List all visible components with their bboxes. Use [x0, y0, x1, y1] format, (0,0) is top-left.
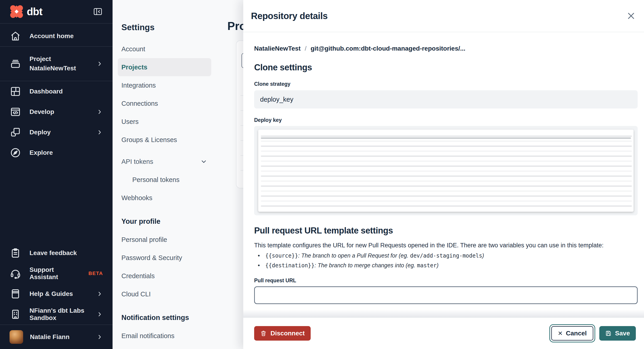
- user-menu[interactable]: Natalie Fiann: [0, 325, 112, 349]
- sidebar-item-label: Support Assistant: [30, 266, 77, 281]
- nav-item-label: Cloud CLI: [122, 290, 151, 298]
- disconnect-button[interactable]: Disconnect: [254, 326, 311, 340]
- redacted-text-lines: [261, 136, 632, 206]
- pr-url-input[interactable]: [254, 286, 638, 304]
- cancel-focus-ring: ✕ Cancel: [549, 324, 595, 342]
- panel-footer: Disconnect ✕ Cancel Save: [243, 317, 644, 349]
- save-button[interactable]: Save: [599, 326, 636, 340]
- disconnect-label: Disconnect: [270, 330, 305, 337]
- trash-icon: [260, 330, 267, 337]
- sidebar-item-leave-feedback[interactable]: Leave feedback: [0, 243, 112, 263]
- repository-details-panel: Repository details NatalieNewTest / git@…: [243, 0, 644, 349]
- nav-item-label: Projects: [122, 64, 147, 71]
- nav-item-label: Account: [122, 46, 145, 53]
- nav-item-label: Groups & Licenses: [122, 136, 177, 144]
- sidebar-item-label: Dashboard: [30, 88, 63, 95]
- nav-item-label: Connections: [122, 100, 158, 107]
- sidebar-item-label: NFiann's dbt Labs Sandbox: [30, 307, 88, 322]
- pr-template-description: This template configures the URL for new…: [254, 242, 638, 249]
- project-icon: [10, 58, 21, 70]
- deploy-key-label: Deploy key: [254, 117, 638, 123]
- sidebar-item-account-home[interactable]: Account home: [0, 26, 112, 46]
- settings-nav-item-groups-licenses[interactable]: Groups & Licenses: [118, 131, 211, 149]
- sidebar-item-sandbox-account[interactable]: NFiann's dbt Labs Sandbox: [0, 304, 112, 324]
- headset-icon: [10, 268, 21, 279]
- deploy-icon: [10, 126, 21, 138]
- sidebar-item-label: Explore: [30, 149, 53, 156]
- panel-header: Repository details: [243, 0, 644, 32]
- settings-nav-item-account[interactable]: Account: [118, 40, 211, 58]
- settings-nav-item-connections[interactable]: Connections: [118, 94, 211, 112]
- settings-nav-item-integrations[interactable]: Integrations: [118, 76, 211, 94]
- nav-item-label: Credentials: [122, 272, 155, 280]
- notification-section-title: Notification settings: [122, 314, 224, 322]
- sidebar-item-support-assistant[interactable]: Support Assistant BETA: [0, 263, 112, 284]
- variable-code: {{source}}: [265, 252, 298, 259]
- settings-nav-item-email-notifications[interactable]: Email notifications: [118, 327, 211, 345]
- settings-nav-item-projects[interactable]: Projects: [118, 58, 211, 76]
- sidebar-item-label: Develop: [30, 108, 54, 116]
- dbt-logo-icon: [10, 4, 24, 18]
- chevron-right-icon: [96, 311, 103, 318]
- deploy-key-redacted-content: [258, 130, 634, 212]
- nav-item-label: Users: [122, 118, 139, 126]
- sidebar-item-deploy[interactable]: Deploy: [0, 122, 112, 142]
- profile-section-title: Your profile: [122, 218, 224, 226]
- dashboard-icon: [10, 86, 21, 97]
- settings-nav-item-webhooks[interactable]: Webhooks: [118, 189, 211, 207]
- chevron-right-icon: [96, 290, 103, 297]
- settings-nav-item-personal-tokens[interactable]: Personal tokens: [118, 171, 211, 189]
- collapse-sidebar-icon[interactable]: [92, 6, 103, 17]
- sidebar-item-dashboard[interactable]: Dashboard: [0, 81, 112, 102]
- deploy-key-field[interactable]: [254, 126, 638, 215]
- sidebar-item-label: Project NatalieNewTest: [30, 54, 88, 73]
- nav-item-label: Personal profile: [122, 236, 167, 244]
- scroll-fade: [243, 310, 644, 317]
- sidebar-item-project[interactable]: Project NatalieNewTest: [0, 47, 112, 81]
- chevron-right-icon: [96, 129, 103, 136]
- sidebar-item-help-guides[interactable]: Help & Guides: [0, 284, 112, 304]
- sidebar-item-explore[interactable]: Explore: [0, 142, 112, 163]
- book-icon: [10, 288, 21, 300]
- close-icon[interactable]: [626, 11, 636, 21]
- panel-body: NatalieNewTest / git@github.com:dbt-clou…: [243, 32, 644, 317]
- chevron-right-icon: [96, 60, 103, 67]
- cancel-button[interactable]: ✕ Cancel: [551, 326, 594, 340]
- sidebar-item-label: Account home: [30, 32, 74, 40]
- settings-nav-item-users[interactable]: Users: [118, 112, 211, 131]
- settings-title: Settings: [122, 23, 224, 32]
- avatar: [10, 330, 23, 344]
- variable-closing: ): [482, 252, 484, 259]
- dbt-cloud-app: dbt Account home Project NatalieNewTe: [0, 0, 644, 349]
- logo-wordmark: dbt: [27, 6, 42, 18]
- beta-badge: BETA: [88, 270, 103, 276]
- settings-nav-item-personal-profile[interactable]: Personal profile: [118, 230, 211, 249]
- settings-nav-item-cloud-cli[interactable]: Cloud CLI: [118, 285, 211, 303]
- building-icon: [10, 308, 21, 320]
- clone-settings-heading: Clone settings: [254, 63, 638, 72]
- breadcrumb-project[interactable]: NatalieNewTest: [254, 45, 301, 52]
- breadcrumb-separator: /: [305, 45, 306, 52]
- save-label: Save: [615, 330, 630, 337]
- pr-variable-destination: {{destination}}: The branch to merge cha…: [258, 262, 638, 269]
- variable-description: : The branch to open a Pull Request for …: [298, 252, 410, 259]
- nav-item-label: Webhooks: [122, 194, 152, 202]
- settings-nav-item-credentials[interactable]: Credentials: [118, 267, 211, 285]
- cancel-label: Cancel: [566, 330, 587, 337]
- clone-strategy-value: deploy_key: [260, 96, 294, 103]
- sidebar-item-develop[interactable]: Develop: [0, 102, 112, 122]
- pr-template-variables: {{source}}: The branch to open a Pull Re…: [254, 252, 638, 269]
- clone-strategy-label: Clone strategy: [254, 81, 638, 87]
- sidebar-item-label: Leave feedback: [30, 250, 77, 257]
- footer-actions: ✕ Cancel Save: [549, 324, 636, 342]
- nav-item-label: Integrations: [122, 82, 156, 89]
- home-icon: [10, 30, 21, 42]
- pr-variable-source: {{source}}: The branch to open a Pull Re…: [258, 252, 638, 259]
- settings-nav-item-api-tokens[interactable]: API tokens: [118, 152, 211, 171]
- clone-strategy-field: deploy_key: [254, 90, 638, 108]
- settings-nav-item-password-security[interactable]: Password & Security: [118, 249, 211, 267]
- pr-template-heading: Pull request URL template settings: [254, 226, 638, 236]
- settings-nav: Settings Account Projects Integrations C…: [112, 0, 224, 349]
- chevron-down-icon: [200, 158, 208, 166]
- variable-example: dev/add-staging-models: [410, 252, 482, 259]
